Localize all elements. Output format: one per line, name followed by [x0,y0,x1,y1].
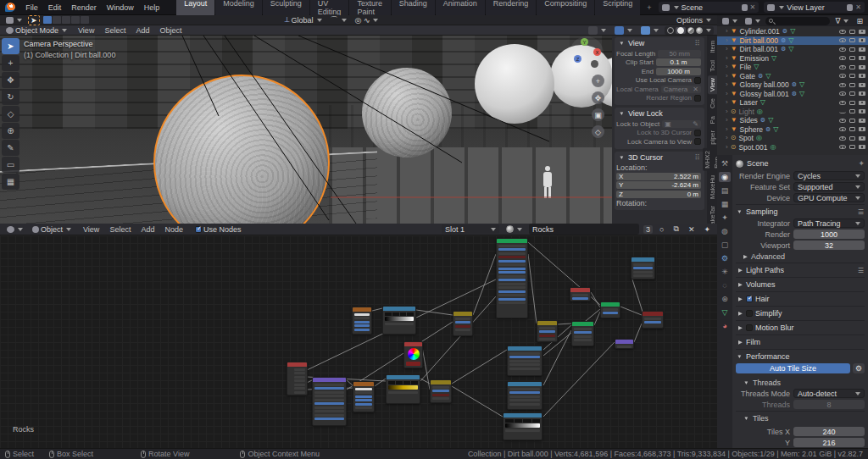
shader-node[interactable] [507,346,542,376]
object-name[interactable]: Sides [740,116,758,124]
use-local-camera-checkbox[interactable] [694,77,701,84]
shader-node[interactable] [312,377,347,426]
node-header[interactable] [508,346,542,351]
add-workspace-button[interactable]: + [642,3,656,12]
panel-light-paths[interactable]: ▶Light Paths☰ [736,264,865,276]
disable-render-icon[interactable] [859,47,865,52]
menu-window[interactable]: Window [102,2,139,14]
outliner-row[interactable]: ›▼File▽ [717,63,868,72]
expand-icon[interactable]: › [726,117,728,124]
performance-panel-header[interactable]: ▼Performance [736,351,865,362]
outliner-search-input[interactable] [765,17,830,25]
outliner-row[interactable]: ›▼Dirt ball.001⚙▽ [717,45,868,54]
disable-render-icon[interactable] [859,145,865,149]
outliner-row[interactable]: ›▼Glossy ball.001⚙▽ [717,90,868,99]
disable-render-icon[interactable] [859,101,865,105]
shader-node[interactable] [615,339,634,349]
threads-mode-dropdown[interactable]: Auto-detect [793,389,865,398]
tool-measure-icon[interactable]: ▭ [2,157,19,173]
modifier-wrench-icon[interactable]: ⚙ [792,91,797,97]
outliner-row[interactable]: ›▼Glossy ball.000⚙▽ [717,80,868,90]
tool-select-box-icon[interactable]: ➤ [2,38,19,54]
clip-end-field[interactable]: 1000 m [656,68,701,75]
panel-simplify[interactable]: ▶Simplify [736,307,865,319]
shader-node[interactable] [453,311,473,336]
threads-subpanel[interactable]: ▼Threads [736,377,865,388]
local-camera-field[interactable]: Camera✕ [661,86,701,93]
pin-icon[interactable]: ✦ [858,159,865,168]
sidebar-tab-item[interactable]: Item [708,38,717,56]
disable-viewport-icon[interactable] [849,109,855,113]
sidebar-tab-maketar[interactable]: MakeTar [708,203,717,224]
sidebar-tab-tool[interactable]: Tool [708,58,717,75]
modifier-wrench-icon[interactable]: ⚙ [760,117,765,124]
render-samples-field[interactable]: 1000 [793,230,865,239]
expand-icon[interactable]: › [726,81,728,88]
properties-tab-world-icon[interactable]: ◍ [719,226,731,236]
slot-dropdown[interactable]: Slot 1 [442,224,499,234]
select-mode-icons[interactable] [43,16,89,24]
sidebar-tab-cre[interactable]: Cre [708,96,717,111]
properties-tab-physics-icon[interactable]: ◌ [719,280,731,290]
axis-z-dot[interactable]: Z [574,55,581,63]
disable-viewport-icon[interactable] [849,136,855,141]
sidebar-tab-pa[interactable]: Pa [708,113,717,126]
expand-icon[interactable]: › [726,135,728,141]
node-header[interactable] [287,362,307,367]
motion-blur-checkbox[interactable] [746,324,753,331]
tool-rotate-icon[interactable]: ↻ [2,89,19,105]
shader-node[interactable] [352,307,372,335]
gear-icon[interactable]: ⚙ [853,363,865,373]
node-header[interactable] [632,257,654,262]
shader-node[interactable] [503,412,542,440]
expand-icon[interactable]: › [726,28,728,35]
viewport-menu-view[interactable]: View [73,25,99,36]
properties-tab-render-icon[interactable]: ◉ [719,172,731,182]
outliner-row[interactable]: ›⊙Spot.001◎ [717,143,868,152]
shader-menu-select[interactable]: Select [104,224,136,235]
axis-dot[interactable] [591,60,598,68]
object-name[interactable]: Cylinder.001 [740,27,780,36]
feature-set-dropdown[interactable]: Supported [793,182,865,191]
menu-render[interactable]: Render [66,2,102,14]
expand-icon[interactable]: › [726,108,728,115]
shader-node[interactable] [386,374,420,404]
shader-menu-add[interactable]: Add [136,224,159,235]
tool-cursor-icon[interactable]: + [2,55,19,71]
properties-tab-constraints-icon[interactable]: ⊛ [719,294,731,304]
view-panel-header[interactable]: ▼View⠿ [615,37,704,49]
object-name[interactable]: Laser [740,98,758,107]
hide-eye-icon[interactable] [839,127,846,131]
shader-node[interactable] [537,320,558,342]
node-canvas[interactable]: Rocks [0,235,717,448]
object-name[interactable]: Glossy ball.000 [740,80,789,89]
viewport-menu-select[interactable]: Select [99,25,131,36]
properties-tab-object-data-icon[interactable]: ▽ [719,307,731,318]
object-name[interactable]: Emission [740,54,769,63]
modifier-wrench-icon[interactable]: ⚙ [781,46,786,53]
viewport-scene[interactable]: Camera Perspective (1) Collection | Dirt… [0,36,717,224]
properties-tab-particles-icon[interactable]: ✳ [719,267,731,277]
modifier-wrench-icon[interactable]: ⚙ [781,37,786,44]
object-name[interactable]: Light [738,108,754,116]
tool-scale-icon[interactable]: ◇ [2,106,19,122]
disable-viewport-icon[interactable] [849,38,855,42]
close-icon[interactable]: ✕ [750,3,756,11]
disable-viewport-icon[interactable] [849,47,855,52]
zoom-icon[interactable]: + [592,75,604,87]
render-region-checkbox[interactable] [694,95,701,102]
disable-render-icon[interactable] [859,109,865,113]
disable-viewport-icon[interactable] [849,83,855,87]
toggle-perspective-icon[interactable]: ◇ [592,125,604,138]
outliner-row[interactable]: ›▼Laser▽ [717,98,868,108]
lock-camera-checkbox[interactable] [694,138,701,145]
overlays-toggle[interactable] [612,26,635,35]
users-count-badge[interactable]: 3 [643,225,653,234]
navigation-gizmo[interactable]: X Y Z [570,36,604,70]
properties-tab-material-icon[interactable]: ◕ [719,321,731,331]
solid-shading-button[interactable] [676,27,686,34]
presets-icon[interactable]: ☰ [858,267,865,274]
tool-transform-icon[interactable]: ⊕ [2,123,19,139]
tool-move-icon[interactable]: ✥ [2,72,19,88]
shader-node[interactable] [600,301,620,318]
